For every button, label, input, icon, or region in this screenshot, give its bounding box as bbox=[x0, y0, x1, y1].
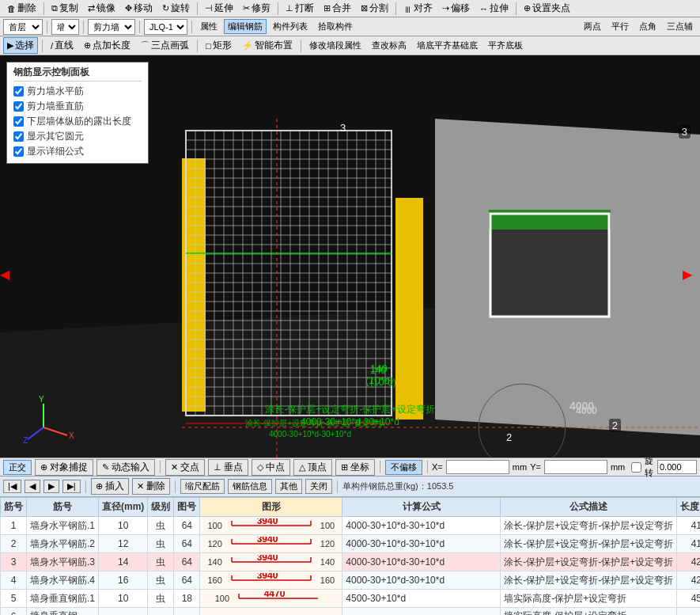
cp-checkbox-2[interactable] bbox=[13, 101, 24, 112]
btn-arc[interactable]: ⌒ 三点画弧 bbox=[137, 37, 193, 54]
btn-modify-wall[interactable]: 修改墙段属性 bbox=[305, 38, 365, 53]
cell-diameter bbox=[99, 608, 148, 616]
btn-orthogonal[interactable]: 正交 bbox=[3, 460, 32, 475]
y-label: Y= bbox=[530, 462, 541, 472]
cp-checkbox-1[interactable] bbox=[13, 86, 24, 97]
svg-text:3940: 3940 bbox=[257, 518, 278, 526]
btn-parallel[interactable]: 平行 bbox=[607, 19, 633, 34]
btn-break[interactable]: ⊥ 打断 bbox=[282, 0, 318, 17]
btn-stretch[interactable]: ↔ 拉伸 bbox=[475, 0, 513, 17]
btn-smart-layout[interactable]: ⚡ 智能布置 bbox=[238, 37, 297, 54]
cell-length: 4180 bbox=[677, 535, 700, 553]
table-row[interactable]: 2墙身水平钢筋.212虫64 120 3940 120 4000-30+10*d… bbox=[1, 535, 701, 553]
cell-grade: 虫 bbox=[148, 535, 174, 553]
btn-pick-component[interactable]: 拾取构件 bbox=[314, 19, 357, 34]
btn-level-bottom[interactable]: 平齐底板 bbox=[484, 38, 527, 53]
btn-point-length[interactable]: ⊕ 点加长度 bbox=[80, 37, 134, 54]
dim-140: 140 (10*d) bbox=[370, 364, 396, 388]
svg-text:3940: 3940 bbox=[257, 573, 278, 581]
sep-sb-1 bbox=[160, 461, 161, 473]
btn-close[interactable]: 关闭 bbox=[305, 479, 332, 494]
cell-formula: 4500-30+10*d bbox=[342, 590, 501, 608]
layer-select[interactable]: 首层 bbox=[3, 19, 43, 35]
btn-no-offset[interactable]: 不偏移 bbox=[385, 460, 422, 475]
btn-setgrip[interactable]: ⊕ 设置夹点 bbox=[520, 0, 574, 17]
btn-select[interactable]: ▶ 选择 bbox=[3, 37, 38, 54]
btn-copy[interactable]: ⧉ 复制 bbox=[47, 0, 82, 17]
btn-rebar-info[interactable]: 钢筋信息 bbox=[228, 479, 272, 494]
btn-coordinate[interactable]: ⊞ 坐标 bbox=[335, 459, 375, 476]
btn-wall-bottom-base[interactable]: 墙底平齐基础底 bbox=[413, 38, 482, 53]
btn-next-page[interactable]: ▶ bbox=[44, 480, 59, 493]
rotate-input[interactable] bbox=[657, 460, 697, 474]
btn-first-page[interactable]: |◀ bbox=[3, 480, 21, 493]
viewport: 钢筋显示控制面板 剪力墙水平筋 剪力墙垂直筋 下层墙体纵筋的露出长度 显示其它圆… bbox=[0, 55, 700, 457]
btn-extend[interactable]: ⊣ 延伸 bbox=[201, 0, 237, 17]
btn-dynamic-input[interactable]: ✎ 动态输入 bbox=[96, 459, 155, 476]
btn-prev-page[interactable]: ◀ bbox=[25, 480, 40, 493]
table-section: 筋号 筋号 直径(mm) 级别 图号 图形 计算公式 公式描述 长度(mm) 根… bbox=[0, 497, 700, 615]
cell-grade: 虫 bbox=[148, 553, 174, 571]
table-row[interactable]: 6墙身垂直钢墙实际高度-保护层+设定弯折 bbox=[1, 608, 701, 616]
btn-nav-delete[interactable]: ✕ 删除 bbox=[132, 478, 170, 495]
btn-three-point[interactable]: 三点辅 bbox=[663, 19, 697, 34]
cp-checkbox-5[interactable] bbox=[13, 146, 24, 157]
btn-perpendicular[interactable]: ⊥ 垂点 bbox=[208, 459, 248, 476]
table-row[interactable]: 4墙身水平钢筋.416虫64 160 3940 160 4000-30+10*d… bbox=[1, 571, 701, 590]
btn-two-point[interactable]: 两点 bbox=[580, 19, 605, 34]
btn-edit-rebar[interactable]: 编辑钢筋 bbox=[224, 19, 267, 34]
sep-nb-1 bbox=[85, 480, 86, 493]
type-select[interactable]: 墙 bbox=[51, 19, 79, 35]
cell-grade: 虫 bbox=[148, 590, 174, 608]
cp-checkbox-3[interactable] bbox=[13, 116, 24, 127]
y-input[interactable] bbox=[544, 460, 607, 474]
table-row[interactable]: 1墙身水平钢筋.110虫64 100 3940 100 4000-30+10*d… bbox=[1, 517, 701, 535]
btn-move[interactable]: ✥ 移动 bbox=[121, 0, 157, 17]
btn-rotate[interactable]: ↻ 旋转 bbox=[158, 0, 194, 17]
cell-grade bbox=[148, 608, 174, 616]
cell-grade: 虫 bbox=[148, 571, 174, 590]
cell-diameter: 12 bbox=[99, 535, 148, 553]
btn-join[interactable]: ⊞ 合并 bbox=[320, 0, 355, 17]
btn-delete[interactable]: 🗑 删除 bbox=[3, 0, 40, 17]
cp-item-3: 下层墙体纵筋的露出长度 bbox=[13, 115, 142, 128]
btn-vertex[interactable]: △ 顶点 bbox=[293, 459, 332, 476]
cell-figure-no: 64 bbox=[174, 535, 200, 553]
cell-id: 5 bbox=[1, 590, 27, 608]
btn-check-elevation[interactable]: 查改标高 bbox=[368, 38, 411, 53]
btn-midpoint[interactable]: ◇ 中点 bbox=[252, 459, 290, 476]
cell-formula bbox=[342, 608, 501, 616]
btn-rect[interactable]: □ 矩形 bbox=[202, 37, 236, 54]
subtype-select[interactable]: 剪力墙 bbox=[88, 19, 135, 35]
btn-line[interactable]: / 直线 bbox=[47, 37, 78, 54]
cell-description: 墙实际高度-保护层+设定弯折 bbox=[501, 608, 677, 616]
cp-item-2: 剪力墙垂直筋 bbox=[13, 100, 142, 113]
btn-insert[interactable]: ⊕ 插入 bbox=[91, 478, 129, 495]
btn-offset[interactable]: ⇢ 偏移 bbox=[438, 0, 474, 17]
table-row[interactable]: 5墙身垂直钢筋.110虫18 100 4470 4500-30+10*d墙实际高… bbox=[1, 590, 701, 608]
cell-figure-no: 64 bbox=[174, 517, 200, 535]
cp-item-4: 显示其它圆元 bbox=[13, 130, 142, 143]
btn-scale-config[interactable]: 缩尺配筋 bbox=[180, 479, 225, 494]
cell-description: 墙实际高度-保护层+设定弯折 bbox=[501, 590, 677, 608]
cell-figure: 100 4470 bbox=[200, 590, 342, 608]
btn-mirror[interactable]: ⇄ 镜像 bbox=[84, 0, 119, 17]
btn-trim[interactable]: ✂ 修剪 bbox=[239, 0, 274, 17]
btn-component-list[interactable]: 构件列表 bbox=[269, 19, 312, 34]
btn-align[interactable]: ⫼ 对齐 bbox=[399, 0, 437, 17]
btn-property[interactable]: 属性 bbox=[196, 19, 221, 34]
x-input[interactable] bbox=[446, 460, 509, 474]
rotate-checkbox[interactable] bbox=[631, 462, 641, 473]
cp-checkbox-4[interactable] bbox=[13, 131, 24, 142]
btn-angle[interactable]: 点角 bbox=[635, 19, 660, 34]
btn-other[interactable]: 其他 bbox=[275, 479, 302, 494]
th-id: 筋号 bbox=[1, 498, 27, 517]
th-diameter: 直径(mm) bbox=[99, 498, 148, 517]
btn-snap[interactable]: ⊕ 对象捕捉 bbox=[35, 459, 93, 476]
table-row[interactable]: 3墙身水平钢筋.314虫64 140 3940 140 4000-30+10*d… bbox=[1, 553, 701, 571]
sep-nb-3 bbox=[337, 480, 338, 493]
btn-split[interactable]: ⊠ 分割 bbox=[357, 0, 392, 17]
id-select[interactable]: JLQ-1 bbox=[144, 19, 187, 35]
btn-last-page[interactable]: ▶| bbox=[62, 480, 81, 493]
btn-intersection[interactable]: ✕ 交点 bbox=[165, 459, 205, 476]
